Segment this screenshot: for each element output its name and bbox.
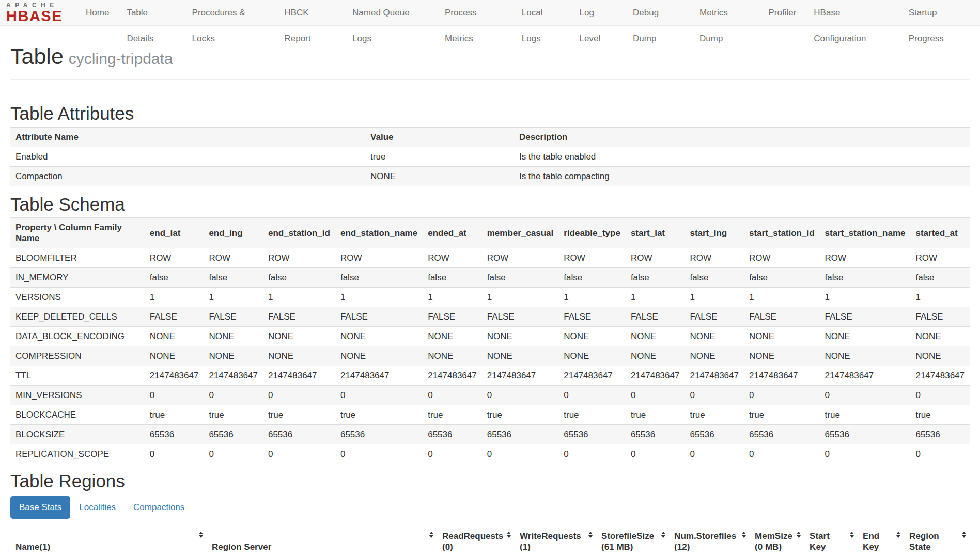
schema-col-started-at: started_at: [910, 218, 970, 248]
attribute-row-compaction: CompactionNONEIs the table compacting: [10, 166, 970, 186]
regions-col-writerequests-1[interactable]: WriteRequests (1): [515, 527, 596, 556]
schema-property-value: NONE: [482, 327, 559, 346]
nav-link-profiler[interactable]: Profiler: [759, 0, 805, 26]
schema-property-name: BLOOMFILTER: [10, 248, 145, 268]
schema-property-value: 1: [626, 288, 685, 307]
regions-col-num-storefiles-12[interactable]: Num.Storefiles (12): [669, 527, 750, 556]
sort-icon[interactable]: [742, 532, 746, 538]
schema-row-blockcache: BLOCKCACHEtruetruetruetruetruetruetruetr…: [10, 405, 970, 425]
nav-link-process-metrics[interactable]: Process Metrics: [436, 0, 513, 52]
nav-link-hbase-configuration[interactable]: HBase Configuration: [805, 0, 899, 52]
nav-link-hbck-report[interactable]: HBCK Report: [275, 0, 344, 52]
tab-link-base-stats[interactable]: Base Stats: [10, 496, 70, 519]
nav-item-hbck-report: HBCK Report: [275, 0, 344, 26]
schema-property-value: false: [626, 268, 685, 288]
schema-col-ended-at: ended_at: [423, 218, 482, 248]
nav-link-startup-progress[interactable]: Startup Progress: [900, 0, 980, 52]
sort-icon[interactable]: [199, 532, 204, 538]
schema-property-value: FALSE: [744, 307, 820, 327]
table-attributes: Attribute NameValueDescriptionEnabledtru…: [10, 127, 970, 186]
schema-col-rideable-type: rideable_type: [558, 218, 626, 248]
schema-property-value: 0: [263, 444, 335, 464]
hbase-logo[interactable]: APACHE HBASE: [6, 2, 63, 24]
regions-col-region-state[interactable]: Region State: [904, 527, 970, 556]
regions-col-end-key[interactable]: End Key: [858, 527, 904, 556]
schema-row-versions: VERSIONS111111111111: [10, 288, 970, 307]
schema-property-value: 65536: [744, 425, 820, 444]
schema-property-value: 2147483647: [482, 366, 559, 386]
schema-property-value: ROW: [145, 248, 204, 268]
schema-property-value: ROW: [558, 248, 626, 268]
tab-link-localities[interactable]: Localities: [70, 496, 125, 519]
regions-col-region-server[interactable]: Region Server: [207, 527, 437, 556]
schema-property-name: COMPRESSION: [10, 346, 145, 366]
table-schema: Property \ Column Family Nameend_latend_…: [10, 217, 970, 464]
sort-icon[interactable]: [661, 532, 666, 538]
schema-property-value: 1: [335, 288, 423, 307]
nav-link-local-logs[interactable]: Local Logs: [513, 0, 571, 52]
schema-property-value: false: [335, 268, 423, 288]
sort-icon[interactable]: [797, 532, 801, 538]
schema-property-value: true: [685, 405, 744, 425]
sort-icon[interactable]: [507, 532, 511, 538]
schema-property-value: ROW: [910, 248, 970, 268]
schema-row-in-memory: IN_MEMORYfalsefalsefalsefalsefalsefalsef…: [10, 268, 970, 288]
attribute-description: Is the table enabled: [514, 147, 970, 166]
schema-property-value: 2147483647: [145, 366, 204, 386]
nav-item-metrics-dump: Metrics Dump: [691, 0, 759, 26]
nav-link-debug-dump[interactable]: Debug Dump: [624, 0, 691, 52]
sort-icon[interactable]: [429, 532, 434, 538]
schema-property-value: false: [685, 268, 744, 288]
schema-col-start-lat: start_lat: [626, 218, 685, 248]
schema-property-value: NONE: [335, 327, 423, 346]
nav-item-procedures-locks: Procedures & Locks: [183, 0, 276, 26]
sort-icon[interactable]: [962, 532, 967, 538]
nav-link-metrics-dump[interactable]: Metrics Dump: [691, 0, 759, 52]
attribute-row-enabled: EnabledtrueIs the table enabled: [10, 147, 970, 166]
schema-property-value: true: [145, 405, 204, 425]
regions-col-memsize-0-mb[interactable]: MemSize (0 MB): [750, 527, 804, 556]
schema-property-value: FALSE: [263, 307, 335, 327]
schema-property-value: 2147483647: [204, 366, 263, 386]
nav-item-debug-dump: Debug Dump: [624, 0, 691, 26]
schema-property-value: false: [423, 268, 482, 288]
schema-property-value: true: [263, 405, 335, 425]
schema-property-value: 2147483647: [685, 366, 744, 386]
schema-property-value: NONE: [685, 327, 744, 346]
schema-heading: Table Schema: [10, 195, 970, 215]
nav-item-process-metrics: Process Metrics: [436, 0, 513, 26]
regions-col-label-storefilesize-61-mb: StorefileSize (61 MB): [601, 531, 654, 552]
schema-property-value: 1: [204, 288, 263, 307]
schema-property-value: 1: [558, 288, 626, 307]
nav-link-log-level[interactable]: Log Level: [571, 0, 625, 52]
schema-property-value: NONE: [204, 327, 263, 346]
regions-col-name-1[interactable]: Name(1): [10, 527, 207, 556]
schema-property-value: false: [482, 268, 559, 288]
nav-link-procedures-locks[interactable]: Procedures & Locks: [183, 0, 276, 52]
regions-col-readrequests-0[interactable]: ReadRequests (0): [437, 527, 515, 556]
nav-link-home[interactable]: Home: [77, 0, 118, 26]
regions-col-storefilesize-61-mb[interactable]: StorefileSize (61 MB): [596, 527, 669, 556]
sort-icon[interactable]: [588, 532, 593, 538]
schema-property-value: 2147483647: [335, 366, 423, 386]
regions-col-start-key[interactable]: Start Key: [804, 527, 858, 556]
nav-link-table-details[interactable]: Table Details: [118, 0, 183, 52]
schema-property-value: 0: [685, 444, 744, 464]
schema-row-compression: COMPRESSIONNONENONENONENONENONENONENONEN…: [10, 346, 970, 366]
sort-icon[interactable]: [896, 532, 901, 538]
schema-property-value: false: [910, 268, 970, 288]
nav-link-named-queue-logs[interactable]: Named Queue Logs: [344, 0, 436, 52]
attributes-header-row: Attribute NameValueDescription: [10, 127, 970, 147]
schema-property-value: FALSE: [685, 307, 744, 327]
schema-property-value: NONE: [482, 346, 559, 366]
nav-item-table-details: Table Details: [118, 0, 183, 26]
schema-property-value: NONE: [626, 327, 685, 346]
schema-col-start-station-name: start_station_name: [820, 218, 911, 248]
schema-property-value: true: [744, 405, 820, 425]
schema-property-value: 0: [423, 386, 482, 405]
tab-link-compactions[interactable]: Compactions: [125, 496, 193, 519]
nav-item-hbase-configuration: HBase Configuration: [805, 0, 899, 26]
schema-property-value: NONE: [204, 346, 263, 366]
sort-icon[interactable]: [850, 532, 854, 538]
schema-property-name: KEEP_DELETED_CELLS: [10, 307, 145, 327]
